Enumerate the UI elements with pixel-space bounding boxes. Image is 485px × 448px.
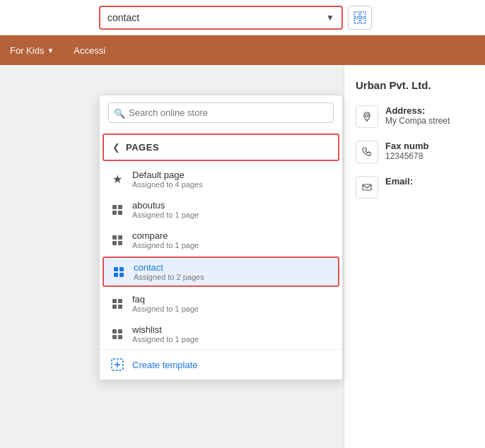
fax-value: 12345678 — [385, 151, 428, 161]
svg-rect-3 — [361, 18, 366, 23]
layout-icon — [110, 202, 125, 218]
address-value: My Compa street — [385, 116, 450, 126]
phone-icon — [356, 141, 378, 163]
layout-blue-icon — [111, 264, 127, 280]
item-sub: Assigned to 1 page — [132, 211, 199, 219]
dropdown-overlay: 🔍 ❮ PAGES ★ Default page Assigned to 4 p… — [99, 95, 343, 380]
svg-rect-6 — [112, 205, 117, 209]
item-text-aboutus: aboutus Assigned to 1 page — [132, 200, 199, 219]
svg-rect-12 — [112, 241, 117, 245]
svg-rect-8 — [112, 211, 117, 215]
item-name: faq — [132, 294, 199, 305]
svg-rect-25 — [118, 335, 122, 339]
svg-rect-14 — [114, 267, 118, 271]
back-icon: ❮ — [112, 142, 120, 153]
svg-rect-11 — [118, 235, 122, 240]
item-name: contact — [134, 262, 204, 273]
svg-rect-13 — [118, 241, 122, 245]
svg-rect-18 — [112, 299, 117, 303]
layout-grid-icon — [111, 204, 124, 216]
dropdown-list: ★ Default page Assigned to 4 pages — [100, 164, 342, 349]
right-panel: Urban Pvt. Ltd. Address: My Compa street… — [344, 65, 485, 448]
item-sub: Assigned to 2 pages — [134, 273, 204, 281]
fax-label: Fax numb — [385, 141, 428, 151]
svg-rect-21 — [118, 305, 122, 309]
item-sub: Assigned to 1 page — [132, 335, 199, 343]
layout-grid-icon — [111, 328, 124, 341]
item-sub: Assigned to 1 page — [132, 305, 199, 313]
layout-grid-blue-icon — [112, 266, 125, 278]
svg-rect-9 — [118, 211, 122, 215]
address-content: Address: My Compa street — [385, 105, 450, 126]
search-icon: 🔍 — [114, 107, 125, 118]
nav-item-for-kids[interactable]: For Kids ▼ — [0, 35, 64, 65]
address-row: Address: My Compa street — [356, 105, 474, 128]
item-sub: Assigned to 1 page — [132, 241, 199, 249]
fax-content: Fax numb 12345678 — [385, 141, 428, 161]
item-name: aboutus — [132, 200, 199, 211]
svg-rect-19 — [118, 299, 122, 303]
svg-rect-16 — [114, 273, 118, 277]
top-bar: contact ▼ — [0, 0, 485, 35]
nav-bar: For Kids ▼ Accessi — [0, 35, 485, 65]
item-name: Default page — [132, 170, 203, 180]
create-template-label: Create template — [132, 360, 198, 370]
layout-grid-icon — [111, 297, 124, 310]
chevron-nav-icon: ▼ — [47, 47, 54, 54]
item-text-compare: compare Assigned to 1 page — [132, 230, 199, 249]
svg-rect-24 — [112, 335, 117, 339]
list-item[interactable]: aboutus Assigned to 1 page — [100, 194, 342, 225]
nav-label-accessi: Accessi — [74, 45, 105, 56]
nav-label-for-kids: For Kids — [10, 45, 44, 56]
item-text-contact: contact Assigned to 2 pages — [134, 262, 204, 281]
company-name: Urban Pvt. Ltd. — [356, 79, 474, 91]
star-icon: ★ — [110, 172, 125, 187]
list-item-selected[interactable]: contact Assigned to 2 pages — [103, 257, 339, 287]
svg-rect-1 — [361, 12, 366, 17]
list-item[interactable]: faq Assigned to 1 page — [100, 288, 342, 319]
list-item[interactable]: ★ Default page Assigned to 4 pages — [100, 164, 342, 194]
search-input[interactable] — [108, 102, 334, 123]
layout-icon — [110, 326, 125, 342]
item-name: wishlist — [132, 324, 199, 335]
email-icon — [356, 176, 378, 199]
search-wrapper: 🔍 — [108, 102, 334, 123]
template-dropdown[interactable]: contact ▼ — [99, 6, 343, 30]
layout-grid-icon — [111, 234, 124, 247]
email-label: Email: — [385, 176, 413, 187]
dashed-add-icon — [111, 358, 124, 371]
svg-point-4 — [366, 114, 368, 117]
svg-rect-23 — [118, 329, 122, 334]
item-text-wishlist: wishlist Assigned to 1 page — [132, 324, 199, 343]
item-sub: Assigned to 4 pages — [132, 180, 203, 189]
pages-label: PAGES — [126, 142, 159, 153]
cursor-select-icon — [353, 11, 366, 24]
svg-rect-17 — [119, 273, 124, 277]
item-text-faq: faq Assigned to 1 page — [132, 294, 199, 313]
list-item[interactable]: wishlist Assigned to 1 page — [100, 319, 342, 349]
email-row: Email: — [356, 176, 474, 199]
search-box: 🔍 — [100, 95, 342, 131]
select-icon-button[interactable] — [348, 6, 372, 30]
item-text-default: Default page Assigned to 4 pages — [132, 170, 203, 189]
svg-rect-22 — [112, 329, 117, 334]
pages-header[interactable]: ❮ PAGES — [103, 134, 339, 161]
fax-row: Fax numb 12345678 — [356, 141, 474, 163]
main-content: Urban Pvt. Ltd. Address: My Compa street… — [0, 65, 485, 448]
svg-rect-2 — [354, 18, 359, 23]
svg-rect-10 — [112, 235, 117, 240]
svg-rect-0 — [354, 12, 359, 17]
location-icon — [356, 105, 378, 128]
layout-icon — [110, 232, 125, 248]
list-item[interactable]: compare Assigned to 1 page — [100, 225, 342, 255]
chevron-down-icon: ▼ — [326, 13, 334, 23]
nav-item-accessi[interactable]: Accessi — [64, 35, 115, 65]
svg-rect-20 — [112, 305, 117, 309]
svg-rect-15 — [119, 267, 124, 271]
item-name: compare — [132, 230, 199, 241]
create-template-icon — [110, 357, 125, 372]
dropdown-value: contact — [107, 12, 139, 23]
create-template-row[interactable]: Create template — [100, 349, 342, 379]
layout-icon — [110, 296, 125, 312]
address-label: Address: — [385, 105, 450, 116]
